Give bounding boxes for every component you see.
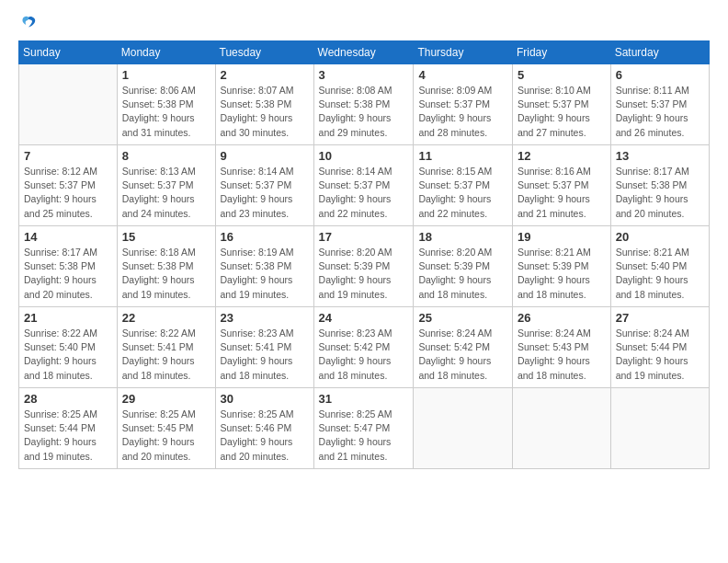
calendar-cell: 19Sunrise: 8:21 AMSunset: 5:39 PMDayligh…	[512, 226, 610, 307]
day-info: Sunrise: 8:20 AMSunset: 5:39 PMDaylight:…	[418, 246, 507, 302]
day-number: 1	[122, 68, 210, 82]
calendar-cell: 25Sunrise: 8:24 AMSunset: 5:42 PMDayligh…	[414, 307, 513, 388]
day-number: 28	[24, 392, 112, 406]
calendar-week-row: 28Sunrise: 8:25 AMSunset: 5:44 PMDayligh…	[19, 388, 710, 469]
day-number: 6	[616, 68, 704, 82]
calendar-cell	[414, 388, 513, 469]
calendar-cell: 20Sunrise: 8:21 AMSunset: 5:40 PMDayligh…	[610, 226, 709, 307]
weekday-header: Sunday	[19, 41, 118, 64]
weekday-header: Tuesday	[215, 41, 313, 64]
day-info: Sunrise: 8:24 AMSunset: 5:44 PMDaylight:…	[616, 327, 704, 383]
day-info: Sunrise: 8:12 AMSunset: 5:37 PMDaylight:…	[24, 165, 112, 221]
day-info: Sunrise: 8:24 AMSunset: 5:43 PMDaylight:…	[518, 327, 606, 383]
day-info: Sunrise: 8:06 AMSunset: 5:38 PMDaylight:…	[122, 84, 210, 140]
day-info: Sunrise: 8:19 AMSunset: 5:38 PMDaylight:…	[221, 246, 309, 302]
calendar-cell: 1Sunrise: 8:06 AMSunset: 5:38 PMDaylight…	[117, 64, 215, 145]
day-number: 23	[221, 311, 309, 325]
day-number: 30	[221, 392, 309, 406]
day-info: Sunrise: 8:23 AMSunset: 5:41 PMDaylight:…	[221, 327, 309, 383]
logo	[18, 15, 37, 31]
day-number: 29	[122, 392, 210, 406]
calendar-cell: 17Sunrise: 8:20 AMSunset: 5:39 PMDayligh…	[313, 226, 414, 307]
day-number: 16	[221, 230, 309, 244]
day-number: 24	[319, 311, 409, 325]
day-info: Sunrise: 8:15 AMSunset: 5:37 PMDaylight:…	[418, 165, 507, 221]
weekday-header: Monday	[117, 41, 215, 64]
day-info: Sunrise: 8:10 AMSunset: 5:37 PMDaylight:…	[518, 84, 606, 140]
day-info: Sunrise: 8:13 AMSunset: 5:37 PMDaylight:…	[122, 165, 210, 221]
calendar-cell: 31Sunrise: 8:25 AMSunset: 5:47 PMDayligh…	[313, 388, 414, 469]
day-info: Sunrise: 8:21 AMSunset: 5:39 PMDaylight:…	[518, 246, 606, 302]
day-number: 10	[319, 149, 409, 163]
day-number: 12	[518, 149, 606, 163]
calendar-cell: 27Sunrise: 8:24 AMSunset: 5:44 PMDayligh…	[610, 307, 709, 388]
day-info: Sunrise: 8:17 AMSunset: 5:38 PMDaylight:…	[616, 165, 704, 221]
day-number: 26	[518, 311, 606, 325]
calendar-cell: 18Sunrise: 8:20 AMSunset: 5:39 PMDayligh…	[414, 226, 513, 307]
calendar-cell: 2Sunrise: 8:07 AMSunset: 5:38 PMDaylight…	[215, 64, 313, 145]
day-info: Sunrise: 8:07 AMSunset: 5:38 PMDaylight:…	[221, 84, 309, 140]
day-info: Sunrise: 8:17 AMSunset: 5:38 PMDaylight:…	[24, 246, 112, 302]
header	[18, 15, 710, 31]
calendar-cell: 4Sunrise: 8:09 AMSunset: 5:37 PMDaylight…	[414, 64, 513, 145]
calendar-cell: 30Sunrise: 8:25 AMSunset: 5:46 PMDayligh…	[215, 388, 313, 469]
calendar-cell: 13Sunrise: 8:17 AMSunset: 5:38 PMDayligh…	[610, 145, 709, 226]
calendar-cell: 12Sunrise: 8:16 AMSunset: 5:37 PMDayligh…	[512, 145, 610, 226]
calendar-cell: 8Sunrise: 8:13 AMSunset: 5:37 PMDaylight…	[117, 145, 215, 226]
day-info: Sunrise: 8:14 AMSunset: 5:37 PMDaylight:…	[221, 165, 309, 221]
day-number: 18	[418, 230, 507, 244]
day-info: Sunrise: 8:23 AMSunset: 5:42 PMDaylight:…	[319, 327, 409, 383]
calendar-cell	[610, 388, 709, 469]
calendar-cell: 21Sunrise: 8:22 AMSunset: 5:40 PMDayligh…	[19, 307, 118, 388]
day-number: 20	[616, 230, 704, 244]
calendar-table: SundayMondayTuesdayWednesdayThursdayFrid…	[18, 40, 710, 469]
calendar-cell: 7Sunrise: 8:12 AMSunset: 5:37 PMDaylight…	[19, 145, 118, 226]
day-info: Sunrise: 8:25 AMSunset: 5:46 PMDaylight:…	[221, 408, 309, 464]
page: SundayMondayTuesdayWednesdayThursdayFrid…	[0, 0, 728, 563]
day-info: Sunrise: 8:25 AMSunset: 5:47 PMDaylight:…	[319, 408, 409, 464]
day-info: Sunrise: 8:14 AMSunset: 5:37 PMDaylight:…	[319, 165, 409, 221]
calendar-cell: 22Sunrise: 8:22 AMSunset: 5:41 PMDayligh…	[117, 307, 215, 388]
day-info: Sunrise: 8:21 AMSunset: 5:40 PMDaylight:…	[616, 246, 704, 302]
day-info: Sunrise: 8:22 AMSunset: 5:41 PMDaylight:…	[122, 327, 210, 383]
day-number: 31	[319, 392, 409, 406]
calendar-cell: 26Sunrise: 8:24 AMSunset: 5:43 PMDayligh…	[512, 307, 610, 388]
calendar-cell: 24Sunrise: 8:23 AMSunset: 5:42 PMDayligh…	[313, 307, 414, 388]
calendar-cell: 14Sunrise: 8:17 AMSunset: 5:38 PMDayligh…	[19, 226, 118, 307]
calendar-cell: 6Sunrise: 8:11 AMSunset: 5:37 PMDaylight…	[610, 64, 709, 145]
day-number: 4	[418, 68, 507, 82]
calendar-cell: 29Sunrise: 8:25 AMSunset: 5:45 PMDayligh…	[117, 388, 215, 469]
weekday-header: Wednesday	[313, 41, 414, 64]
logo-bird-icon	[20, 15, 37, 31]
day-info: Sunrise: 8:09 AMSunset: 5:37 PMDaylight:…	[418, 84, 507, 140]
logo-text	[18, 15, 37, 31]
day-info: Sunrise: 8:25 AMSunset: 5:45 PMDaylight:…	[122, 408, 210, 464]
day-info: Sunrise: 8:24 AMSunset: 5:42 PMDaylight:…	[418, 327, 507, 383]
calendar-cell: 9Sunrise: 8:14 AMSunset: 5:37 PMDaylight…	[215, 145, 313, 226]
weekday-header: Thursday	[414, 41, 513, 64]
calendar-cell: 28Sunrise: 8:25 AMSunset: 5:44 PMDayligh…	[19, 388, 118, 469]
day-number: 27	[616, 311, 704, 325]
calendar-week-row: 14Sunrise: 8:17 AMSunset: 5:38 PMDayligh…	[19, 226, 710, 307]
day-info: Sunrise: 8:25 AMSunset: 5:44 PMDaylight:…	[24, 408, 112, 464]
calendar-week-row: 7Sunrise: 8:12 AMSunset: 5:37 PMDaylight…	[19, 145, 710, 226]
day-number: 22	[122, 311, 210, 325]
day-number: 5	[518, 68, 606, 82]
day-info: Sunrise: 8:18 AMSunset: 5:38 PMDaylight:…	[122, 246, 210, 302]
weekday-header: Saturday	[610, 41, 709, 64]
day-info: Sunrise: 8:11 AMSunset: 5:37 PMDaylight:…	[616, 84, 704, 140]
day-number: 19	[518, 230, 606, 244]
calendar-cell: 16Sunrise: 8:19 AMSunset: 5:38 PMDayligh…	[215, 226, 313, 307]
calendar-cell: 11Sunrise: 8:15 AMSunset: 5:37 PMDayligh…	[414, 145, 513, 226]
calendar-cell: 3Sunrise: 8:08 AMSunset: 5:38 PMDaylight…	[313, 64, 414, 145]
calendar-cell: 10Sunrise: 8:14 AMSunset: 5:37 PMDayligh…	[313, 145, 414, 226]
day-number: 8	[122, 149, 210, 163]
day-number: 14	[24, 230, 112, 244]
day-number: 17	[319, 230, 409, 244]
day-number: 13	[616, 149, 704, 163]
day-number: 15	[122, 230, 210, 244]
calendar-cell: 5Sunrise: 8:10 AMSunset: 5:37 PMDaylight…	[512, 64, 610, 145]
day-number: 7	[24, 149, 112, 163]
calendar-cell	[512, 388, 610, 469]
day-number: 3	[319, 68, 409, 82]
